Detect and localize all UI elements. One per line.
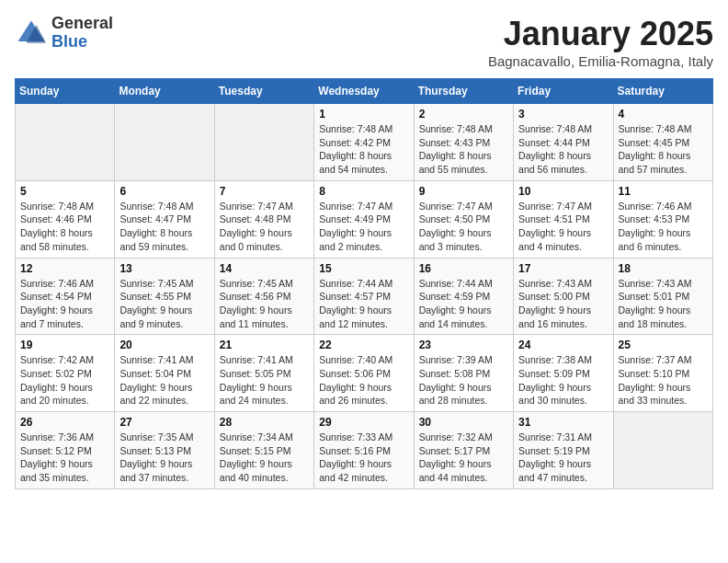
calendar-cell xyxy=(115,104,214,181)
day-info: Sunrise: 7:45 AM Sunset: 4:55 PM Dayligh… xyxy=(119,277,209,331)
day-info: Sunrise: 7:41 AM Sunset: 5:04 PM Dayligh… xyxy=(119,353,209,408)
day-number: 13 xyxy=(119,262,209,275)
calendar-cell: 28Sunrise: 7:34 AM Sunset: 5:15 PM Dayli… xyxy=(214,412,313,489)
calendar-cell: 17Sunrise: 7:43 AM Sunset: 5:00 PM Dayli… xyxy=(514,258,613,335)
day-number: 26 xyxy=(20,416,109,429)
calendar-cell: 18Sunrise: 7:43 AM Sunset: 5:01 PM Dayli… xyxy=(613,258,712,335)
weekday-header-thursday: Thursday xyxy=(414,79,513,104)
day-info: Sunrise: 7:33 AM Sunset: 5:16 PM Dayligh… xyxy=(319,431,408,485)
calendar-week-row: 12Sunrise: 7:46 AM Sunset: 4:54 PM Dayli… xyxy=(16,258,713,335)
location: Bagnacavallo, Emilia-Romagna, Italy xyxy=(488,53,713,69)
calendar-week-row: 1Sunrise: 7:48 AM Sunset: 4:42 PM Daylig… xyxy=(16,104,713,181)
calendar-cell: 14Sunrise: 7:45 AM Sunset: 4:56 PM Dayli… xyxy=(214,258,313,335)
day-number: 12 xyxy=(20,262,109,275)
day-info: Sunrise: 7:35 AM Sunset: 5:13 PM Dayligh… xyxy=(119,431,209,485)
day-number: 9 xyxy=(419,185,508,198)
day-number: 16 xyxy=(419,262,508,275)
calendar-cell: 13Sunrise: 7:45 AM Sunset: 4:55 PM Dayli… xyxy=(115,258,214,335)
day-info: Sunrise: 7:43 AM Sunset: 5:01 PM Dayligh… xyxy=(619,277,708,331)
day-number: 11 xyxy=(619,185,708,198)
day-number: 3 xyxy=(518,108,608,121)
day-number: 30 xyxy=(419,416,508,429)
day-number: 14 xyxy=(220,262,309,275)
day-info: Sunrise: 7:47 AM Sunset: 4:49 PM Dayligh… xyxy=(319,200,408,254)
day-number: 2 xyxy=(419,108,508,121)
day-info: Sunrise: 7:44 AM Sunset: 4:57 PM Dayligh… xyxy=(319,277,408,331)
calendar-cell: 5Sunrise: 7:48 AM Sunset: 4:46 PM Daylig… xyxy=(16,180,115,258)
day-number: 24 xyxy=(518,339,608,351)
calendar-cell: 25Sunrise: 7:37 AM Sunset: 5:10 PM Dayli… xyxy=(613,335,712,412)
day-number: 5 xyxy=(20,185,109,198)
logo: General Blue xyxy=(15,15,113,52)
weekday-header-saturday: Saturday xyxy=(613,79,712,104)
calendar-week-row: 26Sunrise: 7:36 AM Sunset: 5:12 PM Dayli… xyxy=(16,412,713,489)
day-number: 17 xyxy=(518,262,608,275)
day-info: Sunrise: 7:48 AM Sunset: 4:45 PM Dayligh… xyxy=(619,122,708,177)
day-number: 28 xyxy=(220,416,309,429)
calendar-cell: 15Sunrise: 7:44 AM Sunset: 4:57 PM Dayli… xyxy=(314,258,414,335)
day-info: Sunrise: 7:43 AM Sunset: 5:00 PM Dayligh… xyxy=(518,277,608,331)
calendar-cell: 26Sunrise: 7:36 AM Sunset: 5:12 PM Dayli… xyxy=(16,412,115,489)
calendar-cell: 24Sunrise: 7:38 AM Sunset: 5:09 PM Dayli… xyxy=(514,335,613,412)
calendar-cell: 7Sunrise: 7:47 AM Sunset: 4:48 PM Daylig… xyxy=(214,180,313,258)
day-info: Sunrise: 7:39 AM Sunset: 5:08 PM Dayligh… xyxy=(419,353,508,408)
month-title: January 2025 xyxy=(488,15,713,53)
day-number: 1 xyxy=(319,108,408,121)
day-number: 10 xyxy=(518,185,608,198)
day-number: 22 xyxy=(319,339,408,351)
day-number: 15 xyxy=(319,262,408,275)
day-info: Sunrise: 7:47 AM Sunset: 4:50 PM Dayligh… xyxy=(419,200,508,254)
day-info: Sunrise: 7:47 AM Sunset: 4:51 PM Dayligh… xyxy=(518,200,608,254)
calendar-table: SundayMondayTuesdayWednesdayThursdayFrid… xyxy=(15,78,713,489)
day-info: Sunrise: 7:38 AM Sunset: 5:09 PM Dayligh… xyxy=(518,353,608,408)
day-info: Sunrise: 7:46 AM Sunset: 4:54 PM Dayligh… xyxy=(20,277,109,331)
day-number: 25 xyxy=(619,339,708,351)
day-number: 29 xyxy=(319,416,408,429)
calendar-cell: 23Sunrise: 7:39 AM Sunset: 5:08 PM Dayli… xyxy=(414,335,513,412)
weekday-header-wednesday: Wednesday xyxy=(314,79,414,104)
calendar-cell: 16Sunrise: 7:44 AM Sunset: 4:59 PM Dayli… xyxy=(414,258,513,335)
calendar-cell: 30Sunrise: 7:32 AM Sunset: 5:17 PM Dayli… xyxy=(414,412,513,489)
calendar-cell: 6Sunrise: 7:48 AM Sunset: 4:47 PM Daylig… xyxy=(115,180,214,258)
weekday-header-monday: Monday xyxy=(115,79,214,104)
calendar-cell: 9Sunrise: 7:47 AM Sunset: 4:50 PM Daylig… xyxy=(414,180,513,258)
calendar-cell: 21Sunrise: 7:41 AM Sunset: 5:05 PM Dayli… xyxy=(214,335,313,412)
calendar-cell: 29Sunrise: 7:33 AM Sunset: 5:16 PM Dayli… xyxy=(314,412,414,489)
calendar-cell: 12Sunrise: 7:46 AM Sunset: 4:54 PM Dayli… xyxy=(16,258,115,335)
day-info: Sunrise: 7:31 AM Sunset: 5:19 PM Dayligh… xyxy=(518,431,608,485)
day-info: Sunrise: 7:47 AM Sunset: 4:48 PM Dayligh… xyxy=(220,200,309,254)
day-info: Sunrise: 7:41 AM Sunset: 5:05 PM Dayligh… xyxy=(220,353,309,408)
day-info: Sunrise: 7:42 AM Sunset: 5:02 PM Dayligh… xyxy=(20,353,109,408)
day-info: Sunrise: 7:46 AM Sunset: 4:53 PM Dayligh… xyxy=(619,200,708,254)
calendar-cell: 19Sunrise: 7:42 AM Sunset: 5:02 PM Dayli… xyxy=(16,335,115,412)
calendar-cell: 8Sunrise: 7:47 AM Sunset: 4:49 PM Daylig… xyxy=(314,180,414,258)
day-info: Sunrise: 7:48 AM Sunset: 4:42 PM Dayligh… xyxy=(319,122,408,177)
calendar-cell: 4Sunrise: 7:48 AM Sunset: 4:45 PM Daylig… xyxy=(613,104,712,181)
day-number: 6 xyxy=(119,185,209,198)
calendar-cell xyxy=(16,104,115,181)
day-number: 8 xyxy=(319,185,408,198)
calendar-cell xyxy=(214,104,313,181)
calendar-week-row: 5Sunrise: 7:48 AM Sunset: 4:46 PM Daylig… xyxy=(16,180,713,258)
day-info: Sunrise: 7:48 AM Sunset: 4:47 PM Dayligh… xyxy=(119,200,209,254)
day-info: Sunrise: 7:45 AM Sunset: 4:56 PM Dayligh… xyxy=(220,277,309,331)
logo-icon xyxy=(15,17,48,50)
weekday-header-row: SundayMondayTuesdayWednesdayThursdayFrid… xyxy=(16,79,713,104)
calendar-cell: 20Sunrise: 7:41 AM Sunset: 5:04 PM Dayli… xyxy=(115,335,214,412)
calendar-cell: 2Sunrise: 7:48 AM Sunset: 4:43 PM Daylig… xyxy=(414,104,513,181)
day-info: Sunrise: 7:44 AM Sunset: 4:59 PM Dayligh… xyxy=(419,277,508,331)
weekday-header-friday: Friday xyxy=(514,79,613,104)
weekday-header-tuesday: Tuesday xyxy=(214,79,313,104)
calendar-cell: 1Sunrise: 7:48 AM Sunset: 4:42 PM Daylig… xyxy=(314,104,414,181)
calendar-cell: 10Sunrise: 7:47 AM Sunset: 4:51 PM Dayli… xyxy=(514,180,613,258)
day-info: Sunrise: 7:37 AM Sunset: 5:10 PM Dayligh… xyxy=(619,353,708,408)
calendar-cell: 22Sunrise: 7:40 AM Sunset: 5:06 PM Dayli… xyxy=(314,335,414,412)
day-info: Sunrise: 7:48 AM Sunset: 4:46 PM Dayligh… xyxy=(20,200,109,254)
day-info: Sunrise: 7:32 AM Sunset: 5:17 PM Dayligh… xyxy=(419,431,508,485)
calendar-cell: 11Sunrise: 7:46 AM Sunset: 4:53 PM Dayli… xyxy=(613,180,712,258)
day-number: 7 xyxy=(220,185,309,198)
calendar-cell: 31Sunrise: 7:31 AM Sunset: 5:19 PM Dayli… xyxy=(514,412,613,489)
day-info: Sunrise: 7:36 AM Sunset: 5:12 PM Dayligh… xyxy=(20,431,109,485)
day-number: 21 xyxy=(220,339,309,351)
day-number: 23 xyxy=(419,339,508,351)
